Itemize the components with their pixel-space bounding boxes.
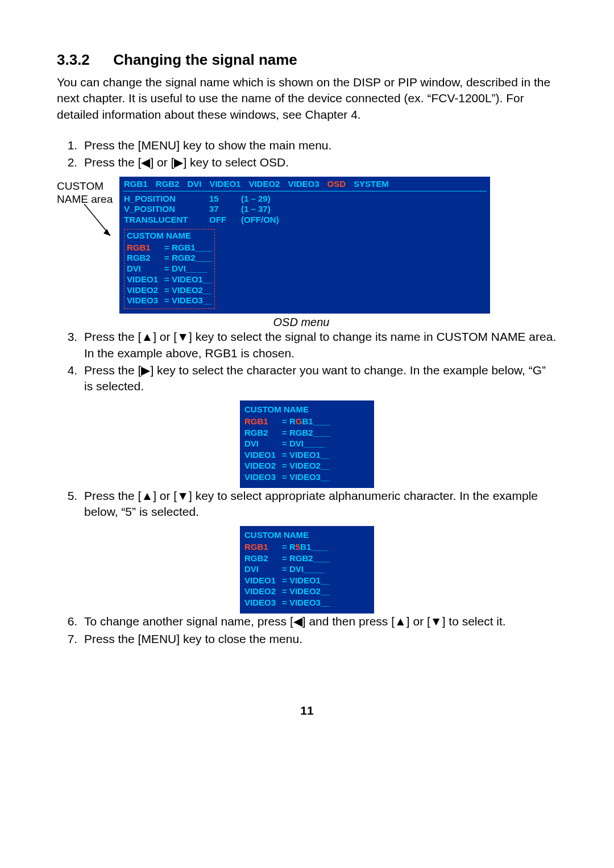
step-text: ] or [ (153, 330, 177, 343)
step-list-a: Press the [MENU] key to show the main me… (63, 137, 557, 171)
step-text: ] key to select the character you want t… (84, 364, 546, 393)
step-text: Press the [ (84, 330, 141, 343)
custom-name-line: VIDEO3= VIDEO3__ (244, 597, 370, 608)
step-text: Press the [ (84, 156, 141, 169)
section-heading: 3.3.2 Changing the signal name (57, 51, 557, 69)
down-arrow-icon: ▼ (177, 489, 189, 502)
osd-tab-dvi[interactable]: DVI (187, 179, 201, 189)
osd-setting-row: V_POSITION37(1 – 37) (124, 204, 486, 215)
right-arrow-icon: ▶ (141, 364, 150, 377)
step-5: Press the [▲] or [▼] key to select appro… (81, 488, 557, 520)
custom-name-line: VIDEO1= VIDEO1__ (244, 449, 370, 461)
custom-name-line: VIDEO3= VIDEO3__ (127, 295, 212, 306)
svg-marker-1 (103, 229, 110, 236)
step-text: ] or [ (153, 489, 177, 502)
step-text: Press the [ (84, 489, 141, 502)
osd-setting-row: H_POSITION15(1 – 29) (124, 194, 486, 205)
down-arrow-icon: ▼ (430, 615, 442, 628)
custom-name-line: VIDEO1= VIDEO1__ (127, 274, 212, 285)
intro-paragraph: You can change the signal name which is … (57, 74, 557, 123)
step-list-c: Press the [▲] or [▼] key to select appro… (63, 488, 557, 520)
panel-header: CUSTOM NAME (244, 529, 370, 541)
step-1: Press the [MENU] key to show the main me… (81, 137, 557, 153)
left-arrow-icon: ◀ (293, 615, 302, 628)
custom-name-line: RGB2= RGB2____ (127, 253, 212, 264)
label-line: CUSTOM (57, 180, 119, 193)
section-title: Changing the signal name (113, 51, 297, 68)
custom-name-line: VIDEO1= VIDEO1__ (244, 575, 370, 586)
osd-menu-panel: RGB1RGB2DVIVIDEO1VIDEO2VIDEO3OSDSYSTEM H… (119, 177, 490, 314)
step-text: ] or [ (406, 615, 430, 628)
step-3: Press the [▲] or [▼] key to select the s… (81, 329, 557, 361)
osd-tab-rgb1[interactable]: RGB1 (124, 179, 148, 189)
custom-name-line: VIDEO2= VIDEO2__ (127, 285, 212, 296)
osd-tab-system[interactable]: SYSTEM (354, 179, 389, 189)
custom-name-line: RGB2= RGB2____ (244, 553, 370, 564)
osd-figure: CUSTOM NAME area RGB1RGB2DVIVIDEO1VIDEO2… (57, 177, 557, 314)
osd-tab-video1[interactable]: VIDEO1 (209, 179, 240, 189)
custom-name-line: VIDEO2= VIDEO2__ (244, 460, 370, 471)
step-2: Press the [◀] or [▶] key to select OSD. (81, 155, 557, 170)
step-text: ] or [ (150, 156, 174, 169)
step-6: To change another signal name, press [◀]… (81, 614, 557, 629)
step-text: ] and then press [ (302, 615, 395, 628)
custom-name-line: RGB1= RGB1____ (244, 416, 370, 427)
custom-name-area-label: CUSTOM NAME area (57, 177, 119, 206)
custom-name-line: VIDEO3= VIDEO3__ (244, 471, 370, 483)
osd-setting-row: TRANSLUCENTOFF(OFF/ON) (124, 215, 486, 226)
step-text: ] to select it. (442, 615, 506, 628)
step-list-b: Press the [▲] or [▼] key to select the s… (63, 329, 557, 394)
document-page: 3.3.2 Changing the signal name You can c… (0, 0, 614, 752)
step-list-d: To change another signal name, press [◀]… (63, 614, 557, 647)
up-arrow-icon: ▲ (141, 489, 153, 502)
osd-tab-video2[interactable]: VIDEO2 (248, 179, 280, 189)
osd-tab-video3[interactable]: VIDEO3 (288, 179, 319, 189)
custom-name-header: CUSTOM NAME (127, 231, 212, 241)
osd-tab-bar: RGB1RGB2DVIVIDEO1VIDEO2VIDEO3OSDSYSTEM (123, 179, 487, 191)
step-text: To change another signal name, press [ (84, 615, 293, 628)
osd-body: H_POSITION15(1 – 29)V_POSITION37(1 – 37)… (123, 191, 487, 310)
custom-name-line: RGB1= RGB1____ (127, 243, 212, 253)
page-number: 11 (57, 704, 557, 717)
osd-tab-osd[interactable]: OSD (327, 179, 346, 189)
up-arrow-icon: ▲ (141, 330, 153, 343)
right-arrow-icon: ▶ (174, 156, 183, 169)
custom-name-box: CUSTOM NAME RGB1= RGB1____RGB2= RGB2____… (124, 229, 215, 309)
osd-tab-rgb2[interactable]: RGB2 (156, 179, 180, 189)
step-text: ] key to select OSD. (183, 156, 289, 169)
custom-name-line: DVI= DVI_____ (244, 438, 370, 449)
section-number: 3.3.2 (57, 51, 109, 69)
custom-name-panel-step4: CUSTOM NAME RGB1= RGB1____RGB2= RGB2____… (240, 400, 374, 489)
step-4: Press the [▶] key to select the characte… (81, 362, 557, 395)
figure-caption: OSD menu (119, 316, 483, 329)
left-arrow-icon: ◀ (141, 156, 150, 169)
custom-name-line: RGB1= R5B1____ (244, 541, 370, 553)
pointer-arrow-icon (98, 237, 123, 251)
custom-name-line: RGB2= RGB2____ (244, 427, 370, 439)
step-7: Press the [MENU] key to close the menu. (81, 631, 557, 647)
custom-name-line: DVI= DVI_____ (127, 264, 212, 274)
step-text: Press the [ (84, 364, 141, 377)
custom-name-line: DVI= DVI_____ (244, 564, 370, 575)
panel-header: CUSTOM NAME (244, 404, 370, 415)
up-arrow-icon: ▲ (395, 615, 406, 628)
custom-name-panel-step5: CUSTOM NAME RGB1= R5B1____RGB2= RGB2____… (240, 526, 374, 614)
down-arrow-icon: ▼ (177, 330, 189, 343)
custom-name-line: VIDEO2= VIDEO2__ (244, 586, 370, 597)
